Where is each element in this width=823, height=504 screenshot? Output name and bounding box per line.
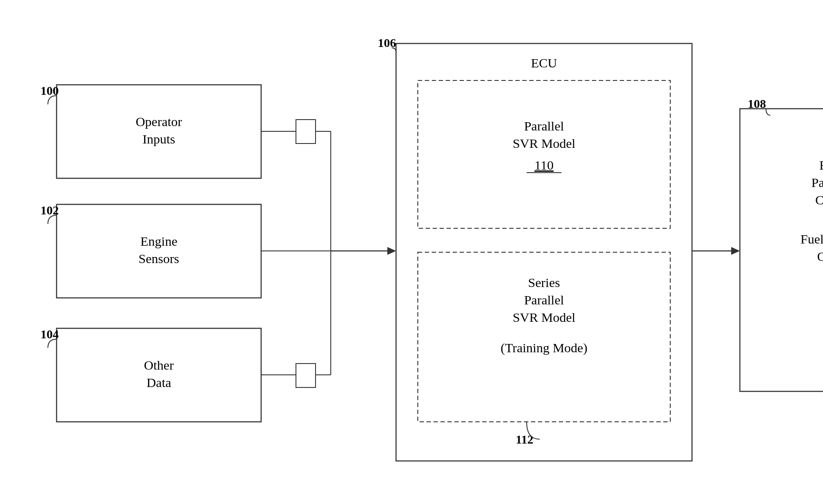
engine-sensors-text: Engine	[141, 234, 178, 248]
other-data-text2: Data	[147, 375, 171, 390]
engine-controls-text3: Controls	[815, 193, 823, 207]
ecu-to-output-head	[731, 247, 740, 255]
relay-box-bottom	[296, 364, 316, 387]
series-text2: Parallel	[524, 293, 564, 307]
parallel-svr-ref: 110	[534, 158, 554, 172]
parallel-svr-text1: Parallel	[524, 119, 564, 133]
engine-controls-text1: Engine	[820, 158, 823, 172]
engine-controls-box	[740, 109, 823, 391]
other-data-text: Other	[144, 358, 174, 372]
relay-box-top	[296, 120, 316, 144]
engine-controls-text5: Oxygen	[817, 249, 823, 264]
ref-108: 108	[748, 97, 766, 110]
ref-112: 112	[516, 433, 533, 446]
arrow-to-ecu-head	[387, 247, 396, 255]
engine-sensors-text2: Sensors	[138, 251, 179, 266]
series-text1: Series	[528, 275, 560, 290]
series-text3: SVR Model	[513, 310, 575, 324]
operator-inputs-text2: Inputs	[143, 132, 175, 146]
ecu-label: ECU	[531, 56, 557, 70]
parallel-svr-box	[418, 80, 670, 228]
engine-controls-text4: Fuel Quantity,	[800, 232, 823, 246]
ref-106: 106	[378, 36, 396, 50]
engine-controls-text2: Parameter	[811, 175, 823, 190]
series-text4: (Training Mode)	[501, 340, 588, 355]
operator-inputs-text: Operator	[136, 114, 182, 129]
diagram-svg: Operator Inputs Engine Sensors Other Dat…	[0, 0, 823, 504]
parallel-svr-text2: SVR Model	[513, 136, 575, 150]
diagram-container: Operator Inputs Engine Sensors Other Dat…	[0, 0, 823, 504]
